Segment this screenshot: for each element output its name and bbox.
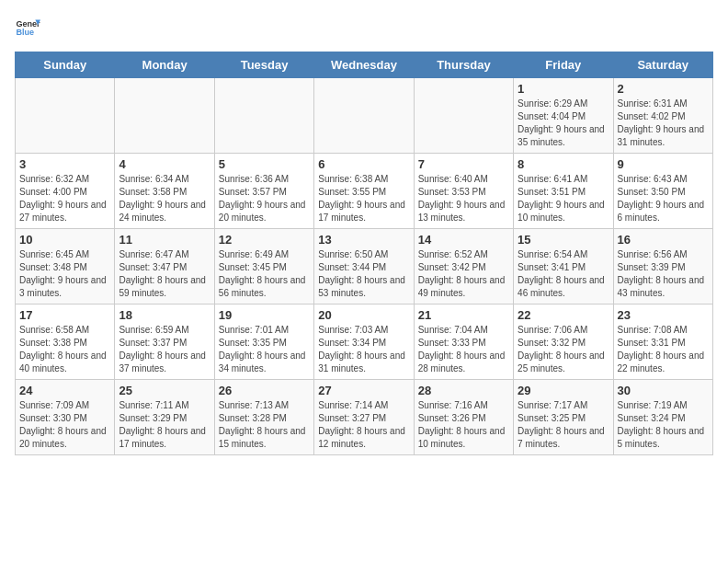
day-cell: 5Sunrise: 6:36 AM Sunset: 3:57 PM Daylig… — [214, 154, 313, 229]
day-number: 5 — [219, 157, 310, 171]
day-cell: 2Sunrise: 6:31 AM Sunset: 4:02 PM Daylig… — [613, 78, 712, 154]
weekday-header-wednesday: Wednesday — [314, 52, 414, 78]
day-number: 12 — [219, 233, 310, 247]
day-cell: 19Sunrise: 7:01 AM Sunset: 3:35 PM Dayli… — [214, 304, 313, 380]
day-cell — [115, 78, 214, 154]
day-cell — [414, 78, 513, 154]
day-info: Sunrise: 6:54 AM Sunset: 3:41 PM Dayligh… — [518, 248, 609, 300]
day-number: 18 — [119, 308, 210, 322]
day-number: 11 — [119, 233, 210, 247]
day-info: Sunrise: 6:52 AM Sunset: 3:42 PM Dayligh… — [418, 248, 509, 300]
day-cell: 23Sunrise: 7:08 AM Sunset: 3:31 PM Dayli… — [613, 304, 712, 380]
day-info: Sunrise: 6:49 AM Sunset: 3:45 PM Dayligh… — [219, 248, 310, 300]
day-info: Sunrise: 7:06 AM Sunset: 3:32 PM Dayligh… — [518, 324, 609, 375]
day-info: Sunrise: 6:43 AM Sunset: 3:50 PM Dayligh… — [618, 173, 709, 224]
week-row-1: 1Sunrise: 6:29 AM Sunset: 4:04 PM Daylig… — [16, 78, 713, 154]
day-info: Sunrise: 6:34 AM Sunset: 3:58 PM Dayligh… — [119, 173, 210, 224]
logo: General Blue — [15, 15, 40, 40]
day-info: Sunrise: 7:08 AM Sunset: 3:31 PM Dayligh… — [618, 324, 709, 375]
weekday-header-tuesday: Tuesday — [214, 52, 313, 78]
week-row-2: 3Sunrise: 6:32 AM Sunset: 4:00 PM Daylig… — [16, 154, 713, 229]
day-cell: 29Sunrise: 7:17 AM Sunset: 3:25 PM Dayli… — [514, 380, 613, 455]
day-number: 9 — [618, 157, 709, 171]
day-number: 22 — [518, 308, 609, 322]
day-number: 3 — [19, 157, 110, 171]
day-info: Sunrise: 7:17 AM Sunset: 3:25 PM Dayligh… — [518, 399, 609, 451]
day-cell: 14Sunrise: 6:52 AM Sunset: 3:42 PM Dayli… — [414, 229, 513, 304]
day-info: Sunrise: 6:47 AM Sunset: 3:47 PM Dayligh… — [119, 248, 210, 300]
day-cell: 1Sunrise: 6:29 AM Sunset: 4:04 PM Daylig… — [514, 78, 613, 154]
week-row-4: 17Sunrise: 6:58 AM Sunset: 3:38 PM Dayli… — [16, 304, 713, 380]
day-info: Sunrise: 6:56 AM Sunset: 3:39 PM Dayligh… — [618, 248, 709, 300]
day-number: 19 — [219, 308, 310, 322]
day-info: Sunrise: 7:04 AM Sunset: 3:33 PM Dayligh… — [418, 324, 509, 375]
day-info: Sunrise: 6:50 AM Sunset: 3:44 PM Dayligh… — [318, 248, 409, 300]
day-number: 27 — [318, 384, 409, 397]
day-cell: 24Sunrise: 7:09 AM Sunset: 3:30 PM Dayli… — [16, 380, 115, 455]
day-cell: 10Sunrise: 6:45 AM Sunset: 3:48 PM Dayli… — [16, 229, 115, 304]
day-info: Sunrise: 7:14 AM Sunset: 3:27 PM Dayligh… — [318, 399, 409, 451]
day-info: Sunrise: 7:03 AM Sunset: 3:34 PM Dayligh… — [318, 324, 409, 375]
day-cell: 17Sunrise: 6:58 AM Sunset: 3:38 PM Dayli… — [16, 304, 115, 380]
day-cell: 15Sunrise: 6:54 AM Sunset: 3:41 PM Dayli… — [514, 229, 613, 304]
day-cell: 27Sunrise: 7:14 AM Sunset: 3:27 PM Dayli… — [314, 380, 414, 455]
day-info: Sunrise: 6:41 AM Sunset: 3:51 PM Dayligh… — [518, 173, 609, 224]
day-number: 14 — [418, 233, 509, 247]
day-cell: 30Sunrise: 7:19 AM Sunset: 3:24 PM Dayli… — [613, 380, 712, 455]
day-info: Sunrise: 6:40 AM Sunset: 3:53 PM Dayligh… — [418, 173, 509, 224]
day-cell: 4Sunrise: 6:34 AM Sunset: 3:58 PM Daylig… — [115, 154, 214, 229]
day-number: 15 — [518, 233, 609, 247]
day-info: Sunrise: 6:59 AM Sunset: 3:37 PM Dayligh… — [119, 324, 210, 375]
day-number: 30 — [618, 384, 709, 397]
day-info: Sunrise: 6:45 AM Sunset: 3:48 PM Dayligh… — [19, 248, 110, 300]
day-number: 23 — [618, 308, 709, 322]
weekday-header-saturday: Saturday — [613, 52, 712, 78]
day-cell: 28Sunrise: 7:16 AM Sunset: 3:26 PM Dayli… — [414, 380, 513, 455]
day-number: 6 — [318, 157, 409, 171]
day-cell: 7Sunrise: 6:40 AM Sunset: 3:53 PM Daylig… — [414, 154, 513, 229]
calendar-table: SundayMondayTuesdayWednesdayThursdayFrid… — [15, 52, 713, 455]
svg-text:Blue: Blue — [16, 28, 34, 37]
day-number: 21 — [418, 308, 509, 322]
day-cell: 13Sunrise: 6:50 AM Sunset: 3:44 PM Dayli… — [314, 229, 414, 304]
day-cell: 8Sunrise: 6:41 AM Sunset: 3:51 PM Daylig… — [514, 154, 613, 229]
weekday-header-thursday: Thursday — [414, 52, 513, 78]
day-info: Sunrise: 7:01 AM Sunset: 3:35 PM Dayligh… — [219, 324, 310, 375]
day-cell: 12Sunrise: 6:49 AM Sunset: 3:45 PM Dayli… — [214, 229, 313, 304]
day-info: Sunrise: 6:31 AM Sunset: 4:02 PM Dayligh… — [618, 98, 709, 149]
day-cell: 22Sunrise: 7:06 AM Sunset: 3:32 PM Dayli… — [514, 304, 613, 380]
day-info: Sunrise: 6:58 AM Sunset: 3:38 PM Dayligh… — [19, 324, 110, 375]
day-cell: 6Sunrise: 6:38 AM Sunset: 3:55 PM Daylig… — [314, 154, 414, 229]
day-cell: 25Sunrise: 7:11 AM Sunset: 3:29 PM Dayli… — [115, 380, 214, 455]
day-number: 10 — [19, 233, 110, 247]
header: General Blue — [15, 15, 713, 40]
day-cell: 21Sunrise: 7:04 AM Sunset: 3:33 PM Dayli… — [414, 304, 513, 380]
day-cell: 11Sunrise: 6:47 AM Sunset: 3:47 PM Dayli… — [115, 229, 214, 304]
day-number: 26 — [219, 384, 310, 397]
day-cell: 9Sunrise: 6:43 AM Sunset: 3:50 PM Daylig… — [613, 154, 712, 229]
day-cell — [314, 78, 414, 154]
day-number: 28 — [418, 384, 509, 397]
logo-icon: General Blue — [15, 15, 40, 40]
day-info: Sunrise: 7:11 AM Sunset: 3:29 PM Dayligh… — [119, 399, 210, 451]
day-cell — [16, 78, 115, 154]
weekday-header-monday: Monday — [115, 52, 214, 78]
day-cell: 26Sunrise: 7:13 AM Sunset: 3:28 PM Dayli… — [214, 380, 313, 455]
weekday-header-row: SundayMondayTuesdayWednesdayThursdayFrid… — [16, 52, 713, 78]
week-row-5: 24Sunrise: 7:09 AM Sunset: 3:30 PM Dayli… — [16, 380, 713, 455]
day-cell — [214, 78, 313, 154]
weekday-header-friday: Friday — [514, 52, 613, 78]
day-info: Sunrise: 7:09 AM Sunset: 3:30 PM Dayligh… — [19, 399, 110, 451]
day-number: 24 — [19, 384, 110, 397]
day-info: Sunrise: 6:32 AM Sunset: 4:00 PM Dayligh… — [19, 173, 110, 224]
day-number: 1 — [518, 82, 609, 96]
day-number: 16 — [618, 233, 709, 247]
day-number: 13 — [318, 233, 409, 247]
day-number: 4 — [119, 157, 210, 171]
day-info: Sunrise: 7:19 AM Sunset: 3:24 PM Dayligh… — [618, 399, 709, 451]
day-number: 25 — [119, 384, 210, 397]
weekday-header-sunday: Sunday — [16, 52, 115, 78]
day-info: Sunrise: 7:16 AM Sunset: 3:26 PM Dayligh… — [418, 399, 509, 451]
day-number: 8 — [518, 157, 609, 171]
day-info: Sunrise: 6:36 AM Sunset: 3:57 PM Dayligh… — [219, 173, 310, 224]
